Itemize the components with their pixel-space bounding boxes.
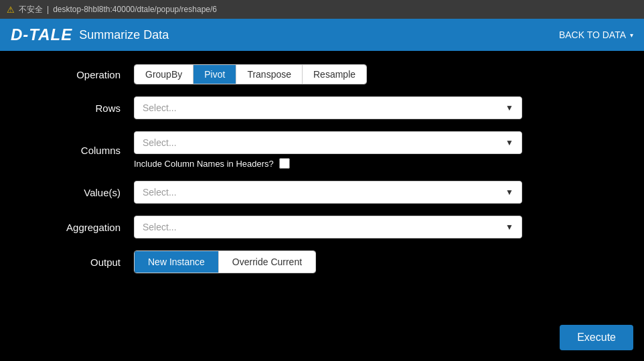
aggregation-control: Select... ▼ [134,216,617,238]
values-select[interactable]: Select... ▼ [134,181,522,204]
values-control: Select... ▼ [134,181,617,204]
transpose-button[interactable]: Transpose [236,65,303,84]
groupby-button[interactable]: GroupBy [135,65,193,84]
aggregation-label: Aggregation [27,222,134,233]
warning-icon: ⚠ [7,5,15,15]
columns-select[interactable]: Select... ▼ [134,131,522,154]
columns-placeholder: Select... [143,137,177,148]
rows-control: Select... ▼ [134,96,617,119]
include-names-checkbox[interactable] [279,158,290,169]
aggregation-dropdown-arrow: ▼ [505,222,513,232]
rows-dropdown-arrow: ▼ [505,103,513,113]
rows-row: Rows Select... ▼ [27,96,617,119]
main-content: Operation GroupBy Pivot Transpose Resamp… [0,51,644,299]
aggregation-placeholder: Select... [143,222,177,232]
pivot-button[interactable]: Pivot [193,65,236,84]
back-to-data-label: BACK TO DATA [559,29,626,40]
override-current-button[interactable]: Override Current [219,251,315,273]
url-text: desktop-8hbl8th:40000/dtale/popup/reshap… [53,5,217,14]
output-control: New Instance Override Current [134,250,617,273]
include-names-row: Include Column Names in Headers? [134,158,617,169]
operation-row: Operation GroupBy Pivot Transpose Resamp… [27,64,617,84]
security-text: 不安全 [19,4,43,15]
columns-control: Select... ▼ Include Column Names in Head… [134,131,617,169]
output-label: Output [27,257,134,268]
columns-dropdown-arrow: ▼ [505,138,513,147]
app-title: Summarize Data [79,28,169,42]
operation-label: Operation [27,69,134,80]
output-row: Output New Instance Override Current [27,250,617,273]
app-header: D-TALE Summarize Data BACK TO DATA ▾ [0,19,644,51]
resample-button[interactable]: Resample [303,65,366,84]
values-dropdown-arrow: ▼ [505,188,513,197]
browser-bar: ⚠ 不安全 | desktop-8hbl8th:40000/dtale/popu… [0,0,644,19]
logo-area: D-TALE Summarize Data [11,25,169,44]
operation-button-group: GroupBy Pivot Transpose Resample [134,64,367,84]
columns-label: Columns [27,145,134,156]
separator: | [47,5,49,14]
values-placeholder: Select... [143,187,177,198]
values-row: Value(s) Select... ▼ [27,181,617,204]
operation-buttons-area: GroupBy Pivot Transpose Resample [134,64,617,84]
new-instance-button[interactable]: New Instance [135,251,219,273]
values-label: Value(s) [27,187,134,198]
back-caret-icon: ▾ [630,31,633,39]
back-to-data-button[interactable]: BACK TO DATA ▾ [559,29,633,40]
rows-label: Rows [27,102,134,114]
app-logo: D-TALE [11,25,72,44]
output-button-group: New Instance Override Current [134,250,316,273]
columns-row: Columns Select... ▼ Include Column Names… [27,131,617,169]
include-names-label: Include Column Names in Headers? [134,159,274,169]
rows-placeholder: Select... [143,102,177,113]
rows-select[interactable]: Select... ▼ [134,96,522,119]
execute-button[interactable]: Execute [560,325,633,350]
aggregation-row: Aggregation Select... ▼ [27,216,617,238]
aggregation-select[interactable]: Select... ▼ [134,216,522,238]
